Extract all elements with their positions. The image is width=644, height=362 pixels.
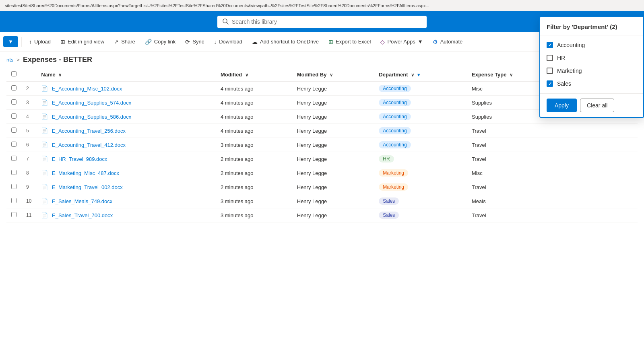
row-modified-by: Henry Legge [292, 194, 374, 208]
row-checkbox[interactable] [6, 166, 21, 180]
row-checkbox[interactable] [6, 81, 21, 96]
file-name-link[interactable]: E_Accounting_Supplies_574.docx [52, 100, 131, 106]
link-icon: 🔗 [145, 39, 152, 45]
sort-arrow-modified-by: ∨ [330, 72, 333, 77]
file-icon: 📄 [41, 128, 48, 134]
row-department: Accounting [374, 124, 467, 138]
row-modified-by: Henry Legge [292, 96, 374, 110]
header-modified-col[interactable]: Modified ∨ [216, 68, 292, 81]
view-toggle-button[interactable]: ▼ [3, 36, 18, 47]
download-button[interactable]: ↓ Download [210, 36, 246, 47]
header-department-col[interactable]: Department ∨ ▼ [374, 68, 467, 81]
row-checkbox[interactable] [6, 124, 21, 138]
filter-option[interactable]: HR [540, 51, 643, 64]
row-number: 9 [21, 180, 36, 194]
filter-checkbox[interactable] [547, 42, 553, 48]
filter-option-label: Marketing [557, 68, 582, 74]
file-name-link[interactable]: E_Marketing_Travel_002.docx [52, 184, 123, 190]
sync-button[interactable]: ⟳ Sync [181, 36, 208, 47]
svg-line-1 [227, 23, 228, 24]
select-all-checkbox[interactable] [11, 71, 17, 76]
filter-checkbox[interactable] [547, 55, 553, 61]
chevron-down-icon: ▼ [8, 39, 13, 45]
file-name-link[interactable]: E_Accounting_Travel_412.docx [52, 142, 126, 148]
file-name-link[interactable]: E_Sales_Travel_700.docx [52, 212, 113, 218]
department-badge: Accounting [379, 85, 411, 92]
row-checkbox[interactable] [6, 138, 21, 152]
add-shortcut-button[interactable]: ☁ Add shortcut to OneDrive [248, 36, 323, 47]
file-name-link[interactable]: E_Accounting_Misc_102.docx [52, 86, 122, 92]
breadcrumb-parent[interactable]: nts [6, 57, 13, 63]
file-name-link[interactable]: E_Marketing_Misc_487.docx [52, 170, 119, 176]
filter-option-label: Sales [557, 80, 571, 87]
excel-icon: ⊞ [328, 39, 333, 45]
table-row[interactable]: 9 📄 E_Marketing_Travel_002.docx 2 minute… [6, 180, 638, 194]
header-modified-by-col[interactable]: Modified By ∨ [292, 68, 374, 81]
row-modified: 2 minutes ago [216, 180, 292, 194]
filter-checkbox[interactable] [547, 80, 553, 87]
department-badge: Accounting [379, 127, 411, 134]
row-department: Marketing [374, 180, 467, 194]
row-department: HR [374, 152, 467, 166]
row-department: Accounting [374, 81, 467, 96]
power-apps-button[interactable]: ◇ Power Apps ▼ [376, 36, 427, 47]
row-department: Sales [374, 208, 467, 222]
edit-grid-button[interactable]: ⊞ Edit in grid view [56, 36, 108, 47]
filter-panel-header: Filter by 'Department' (2) [540, 17, 643, 35]
filter-option[interactable]: Accounting [540, 39, 643, 51]
filter-option-label: HR [557, 55, 565, 61]
filter-checkbox[interactable] [547, 68, 553, 74]
table-row[interactable]: 5 📄 E_Accounting_Travel_256.docx 4 minut… [6, 124, 638, 138]
table-row[interactable]: 6 📄 E_Accounting_Travel_412.docx 3 minut… [6, 138, 638, 152]
share-icon: ↗ [114, 39, 119, 45]
row-expense-type: Travel [467, 208, 558, 222]
upload-button[interactable]: ↑ Upload [25, 36, 55, 47]
row-extra [558, 166, 638, 180]
filter-icon-department[interactable]: ▼ [417, 72, 421, 77]
row-checkbox[interactable] [6, 152, 21, 166]
automate-button[interactable]: ⚙ Automate [429, 36, 467, 47]
row-modified-by: Henry Legge [292, 124, 374, 138]
table-row[interactable]: 10 📄 E_Sales_Meals_749.docx 3 minutes ag… [6, 194, 638, 208]
row-extra [558, 138, 638, 152]
filter-option-label: Accounting [557, 42, 585, 48]
clear-all-button[interactable]: Clear all [580, 99, 614, 112]
apply-button[interactable]: Apply [547, 99, 577, 112]
download-icon: ↓ [214, 39, 217, 45]
filter-option[interactable]: Sales [540, 77, 643, 90]
row-modified-by: Henry Legge [292, 81, 374, 96]
search-icon [222, 18, 229, 26]
share-button[interactable]: ↗ Share [110, 36, 139, 47]
row-name: 📄 E_Accounting_Travel_412.docx [36, 138, 216, 152]
row-checkbox[interactable] [6, 180, 21, 194]
table-row[interactable]: 11 📄 E_Sales_Travel_700.docx 3 minutes a… [6, 208, 638, 222]
row-checkbox[interactable] [6, 110, 21, 124]
row-expense-type: Travel [467, 152, 558, 166]
row-expense-type: Travel [467, 124, 558, 138]
row-checkbox[interactable] [6, 96, 21, 110]
file-name-link[interactable]: E_Sales_Meals_749.docx [52, 198, 112, 204]
file-icon: 📄 [41, 212, 48, 218]
row-expense-type: Meals [467, 194, 558, 208]
row-modified: 4 minutes ago [216, 96, 292, 110]
search-input[interactable] [232, 19, 422, 25]
file-icon: 📄 [41, 170, 48, 176]
copy-link-button[interactable]: 🔗 Copy link [141, 36, 180, 47]
row-checkbox[interactable] [6, 208, 21, 222]
file-name-link[interactable]: E_Accounting_Travel_256.docx [52, 128, 126, 134]
sync-icon: ⟳ [185, 39, 190, 45]
header-name-col[interactable]: Name ∨ [36, 68, 216, 81]
header-checkbox-col[interactable] [6, 68, 21, 81]
row-extra [558, 208, 638, 222]
search-box[interactable] [217, 16, 427, 28]
file-name-link[interactable]: E_HR_Travel_989.docx [52, 156, 107, 162]
export-excel-button[interactable]: ⊞ Export to Excel [324, 36, 375, 47]
filter-actions: Apply Clear all [540, 93, 643, 117]
header-rownum-col [21, 68, 36, 81]
table-row[interactable]: 7 📄 E_HR_Travel_989.docx 2 minutes ago H… [6, 152, 638, 166]
row-checkbox[interactable] [6, 194, 21, 208]
filter-option[interactable]: Marketing [540, 64, 643, 77]
file-name-link[interactable]: E_Accounting_Supplies_586.docx [52, 114, 131, 120]
department-badge: Accounting [379, 141, 411, 148]
table-row[interactable]: 8 📄 E_Marketing_Misc_487.docx 2 minutes … [6, 166, 638, 180]
